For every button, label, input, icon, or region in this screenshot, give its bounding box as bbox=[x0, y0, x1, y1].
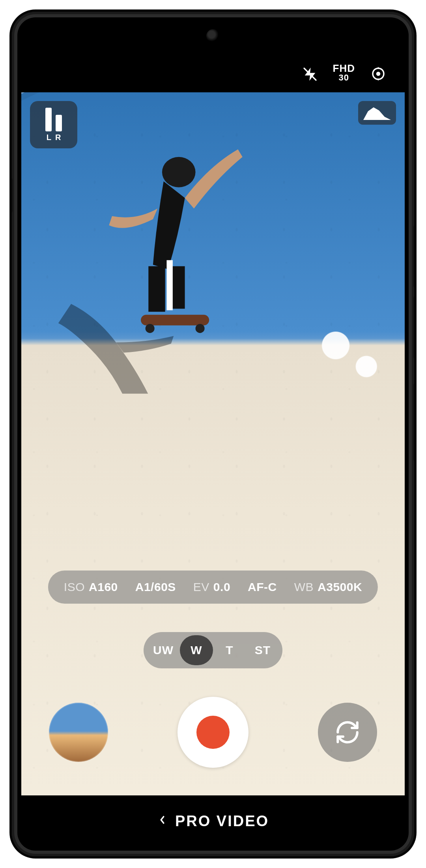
mode-label: PRO VIDEO bbox=[175, 813, 269, 830]
viewfinder[interactable]: LR ISO A160 A1/60S bbox=[21, 92, 405, 795]
switch-camera-icon bbox=[334, 719, 361, 745]
lens-uw[interactable]: UW bbox=[147, 635, 180, 665]
ev-label: EV bbox=[193, 580, 209, 594]
subject-skater bbox=[92, 136, 250, 333]
mode-bar[interactable]: PRO VIDEO bbox=[21, 795, 405, 847]
chevron-left-icon bbox=[158, 813, 167, 830]
audio-levels-lr: LR bbox=[43, 133, 65, 142]
iso-value: A160 bbox=[89, 580, 118, 594]
audio-levels-bars-icon bbox=[45, 108, 62, 131]
settings-wheel-icon[interactable] bbox=[370, 65, 387, 82]
svg-point-3 bbox=[162, 157, 196, 187]
audio-levels-badge[interactable]: LR bbox=[30, 101, 77, 148]
lens-t[interactable]: T bbox=[213, 635, 246, 665]
record-button[interactable] bbox=[178, 697, 248, 768]
histogram-icon bbox=[363, 106, 391, 120]
ev-value: 0.0 bbox=[213, 580, 230, 594]
histogram-badge[interactable] bbox=[358, 101, 396, 125]
screen: FHD 30 bbox=[21, 21, 405, 847]
af-value: AF-C bbox=[248, 580, 277, 594]
record-dot-icon bbox=[196, 716, 230, 749]
svg-rect-7 bbox=[141, 315, 209, 326]
switch-camera-button[interactable] bbox=[318, 703, 377, 762]
lens-selector: UW W T ST bbox=[144, 632, 282, 668]
shutter-speed-value: A1/60S bbox=[135, 580, 176, 594]
af-button[interactable]: AF-C bbox=[248, 580, 277, 594]
lens-st[interactable]: ST bbox=[246, 635, 279, 665]
svg-rect-5 bbox=[168, 266, 185, 309]
phone-frame: FHD 30 bbox=[12, 12, 414, 856]
front-camera-hole bbox=[206, 29, 220, 43]
gallery-thumbnail[interactable] bbox=[49, 703, 108, 762]
svg-point-8 bbox=[146, 324, 155, 333]
pro-settings-pill: ISO A160 A1/60S EV 0.0 AF-C WB bbox=[48, 571, 378, 604]
resolution-fps: 30 bbox=[333, 73, 355, 82]
ev-button[interactable]: EV 0.0 bbox=[193, 580, 230, 594]
flash-off-icon[interactable] bbox=[302, 66, 318, 82]
svg-point-9 bbox=[196, 324, 205, 333]
resolution-button[interactable]: FHD 30 bbox=[333, 63, 355, 82]
subject-shadow bbox=[45, 297, 187, 400]
wb-value: A3500K bbox=[318, 580, 362, 594]
shutter-speed-button[interactable]: A1/60S bbox=[135, 580, 176, 594]
iso-label: ISO bbox=[64, 580, 85, 594]
iso-button[interactable]: ISO A160 bbox=[64, 580, 118, 594]
lens-w[interactable]: W bbox=[180, 635, 213, 665]
wb-button[interactable]: WB A3500K bbox=[294, 580, 362, 594]
svg-rect-6 bbox=[166, 260, 172, 310]
svg-rect-4 bbox=[148, 266, 165, 312]
capture-action-row bbox=[21, 697, 405, 768]
wb-label: WB bbox=[294, 580, 314, 594]
svg-point-2 bbox=[376, 72, 381, 76]
